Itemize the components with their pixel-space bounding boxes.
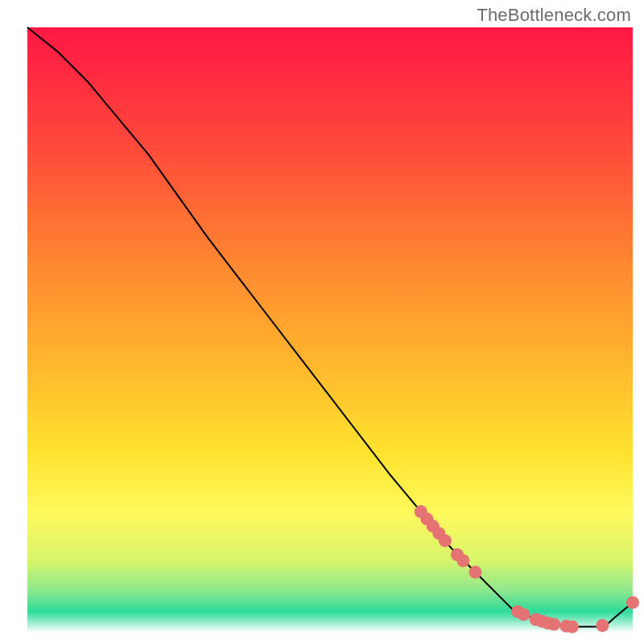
curve-marker [439,535,452,547]
curve-marker [596,619,609,632]
curve-marker [626,596,639,609]
curve-marker [469,566,482,579]
curve-marker [547,618,560,631]
chart-container: TheBottleneck.com [0,0,644,644]
curve-marker [456,555,469,568]
curve-marker [566,621,579,634]
curve-marker [518,608,530,621]
bottleneck-chart [0,0,644,644]
watermark-text: TheBottleneck.com [477,5,631,26]
